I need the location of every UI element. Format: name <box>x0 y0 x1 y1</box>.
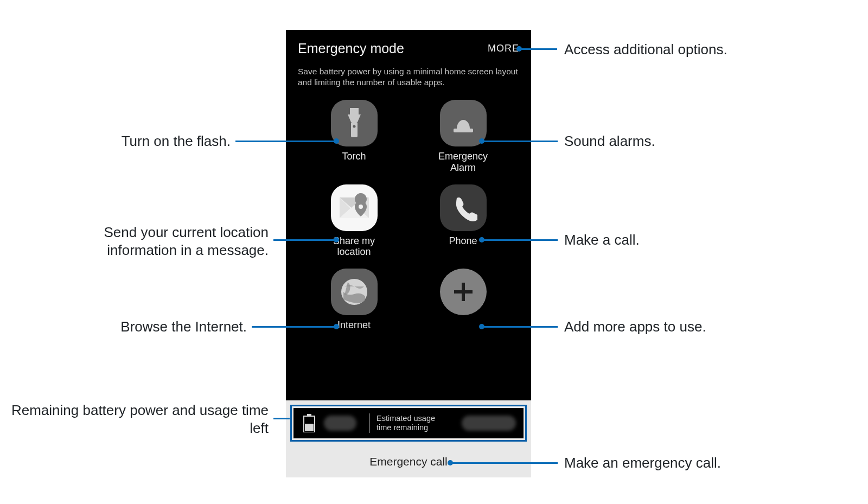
leader-line <box>519 48 557 50</box>
time-remaining-redacted <box>462 416 516 431</box>
add-app[interactable] <box>433 269 493 331</box>
svg-point-9 <box>359 205 363 209</box>
leader-dot <box>516 46 522 52</box>
estimated-usage-label: Estimated usagetime remaining <box>376 414 435 433</box>
mode-description: Save battery power by using a minimal ho… <box>286 63 531 100</box>
emergency-alarm-app[interactable]: EmergencyAlarm <box>433 100 493 173</box>
svg-rect-4 <box>454 129 473 132</box>
battery-percent-redacted <box>324 416 356 431</box>
leader-line <box>273 239 336 241</box>
leader-dot <box>334 324 339 329</box>
callout-internet: Browse the Internet. <box>33 318 247 336</box>
leader-dot <box>479 324 484 329</box>
page-title: Emergency mode <box>298 41 404 56</box>
share-location-label: Share mylocation <box>333 235 375 258</box>
status-area: Estimated usagetime remaining <box>286 400 531 446</box>
callout-battery: Remaining battery power and usage time l… <box>11 401 269 437</box>
svg-rect-15 <box>305 424 314 431</box>
leader-dot <box>334 237 339 243</box>
leader-line <box>482 239 558 241</box>
emergency-call-button[interactable]: Emergency call <box>286 446 531 477</box>
share-location-icon <box>331 184 378 231</box>
svg-rect-0 <box>350 108 359 114</box>
leader-dot <box>448 460 453 465</box>
svg-marker-1 <box>348 114 361 122</box>
alarm-label: EmergencyAlarm <box>438 151 488 173</box>
phone-mockup: Emergency mode MORE Save battery power b… <box>286 30 531 477</box>
leader-line <box>252 326 336 328</box>
internet-label: Internet <box>337 320 371 331</box>
separator <box>369 413 370 433</box>
leader-line <box>482 326 558 328</box>
leader-line <box>450 462 558 464</box>
torch-app[interactable]: Torch <box>324 100 384 173</box>
add-label <box>462 320 464 331</box>
torch-label: Torch <box>342 151 366 162</box>
callout-more: Access additional options. <box>564 41 825 59</box>
callout-add: Add more apps to use. <box>564 318 781 336</box>
leader-line <box>482 141 558 142</box>
leader-line <box>235 141 336 142</box>
battery-icon <box>301 414 317 432</box>
leader-dot <box>479 237 484 243</box>
share-location-app[interactable]: Share mylocation <box>324 184 384 258</box>
svg-rect-2 <box>351 122 358 137</box>
leader-line <box>273 418 290 419</box>
svg-rect-12 <box>454 290 473 294</box>
app-grid: Torch EmergencyAlarm <box>286 100 531 330</box>
more-button[interactable]: MORE <box>488 43 519 54</box>
phone-label: Phone <box>449 235 477 247</box>
leader-dot <box>479 138 484 144</box>
phone-app[interactable]: Phone <box>433 184 493 258</box>
phone-header: Emergency mode MORE <box>286 30 531 63</box>
svg-point-3 <box>353 125 355 128</box>
phone-icon <box>440 184 487 231</box>
internet-icon <box>331 269 378 315</box>
plus-icon <box>440 269 487 315</box>
callout-alarm: Sound alarms. <box>564 132 781 150</box>
callout-torch: Turn on the flash. <box>33 132 231 150</box>
callout-ecall: Make an emergency call. <box>564 454 808 472</box>
battery-status-bar: Estimated usagetime remaining <box>290 405 527 442</box>
leader-dot <box>334 138 339 144</box>
callout-share: Send your current location information i… <box>33 224 269 259</box>
callout-phone: Make a call. <box>564 231 727 249</box>
internet-app[interactable]: Internet <box>324 269 384 331</box>
